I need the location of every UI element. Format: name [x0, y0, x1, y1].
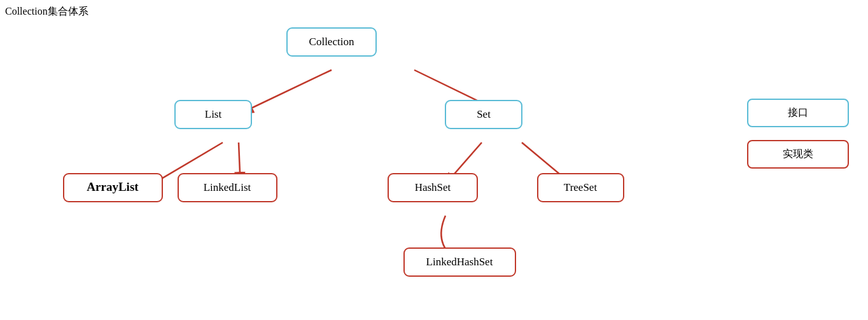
diagram-svg: Collection List Set ArrayList LinkedList…: [0, 0, 868, 320]
legend-interface-label: 接口: [788, 107, 808, 118]
hashset-label: HashSet: [415, 181, 451, 193]
collection-label: Collection: [309, 36, 354, 48]
legend-impl-label: 实现类: [783, 148, 813, 159]
svg-line-0: [238, 70, 332, 115]
arraylist-label: ArrayList: [87, 180, 139, 193]
treeset-label: TreeSet: [564, 181, 598, 193]
list-label: List: [205, 108, 222, 120]
linkedlist-label: LinkedList: [204, 181, 251, 193]
legend-impl: 实现类: [747, 140, 849, 169]
set-label: Set: [477, 108, 491, 120]
legend-interface: 接口: [747, 99, 849, 127]
linkedhashset-label: LinkedHashSet: [426, 256, 493, 268]
legend-container: 接口 实现类: [747, 99, 849, 181]
